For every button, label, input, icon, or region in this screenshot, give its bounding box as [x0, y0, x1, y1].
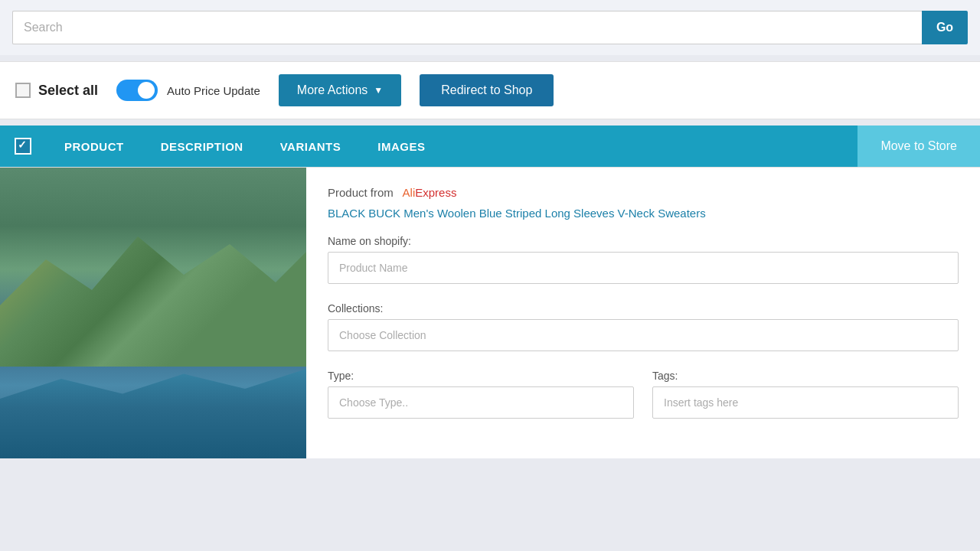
tags-field-group: Tags: — [652, 370, 959, 419]
col-images[interactable]: IMAGES — [359, 126, 443, 167]
type-tags-row: Type: Tags: — [328, 370, 959, 425]
product-image-area — [0, 168, 306, 458]
auto-price-toggle[interactable] — [116, 80, 158, 101]
from-label: Product from — [328, 186, 394, 199]
ali-orange-text: Ali — [403, 186, 416, 199]
header-columns: PRODUCT DESCRIPTION VARIANTS IMAGES — [46, 126, 858, 167]
type-input[interactable] — [328, 386, 634, 419]
auto-price-label: Auto Price Update — [167, 84, 260, 97]
select-all-checkbox[interactable] — [15, 83, 31, 98]
ali-red-text: Express — [415, 186, 456, 199]
header-checkbox-area — [0, 126, 46, 167]
caret-down-icon: ▼ — [374, 85, 383, 96]
col-product[interactable]: PRODUCT — [46, 126, 142, 167]
search-bar: Go — [0, 0, 980, 55]
collections-field-group: Collections: — [328, 302, 959, 364]
collections-label: Collections: — [328, 302, 959, 315]
toolbar: Select all Auto Price Update More Action… — [0, 61, 980, 119]
product-image — [0, 168, 306, 458]
auto-price-toggle-area: Auto Price Update — [116, 80, 260, 101]
type-label: Type: — [328, 370, 634, 382]
col-variants[interactable]: VARIANTS — [262, 126, 360, 167]
select-all-label[interactable]: Select all — [38, 83, 98, 99]
product-card: Product from AliExpress BLACK BUCK Men's… — [0, 167, 980, 458]
more-actions-button[interactable]: More Actions ▼ — [279, 74, 401, 106]
aliexpress-brand: AliExpress — [403, 186, 457, 199]
search-input[interactable] — [12, 11, 922, 44]
tags-label: Tags: — [652, 370, 959, 382]
type-field-group: Type: — [328, 370, 634, 419]
product-name-input[interactable] — [328, 252, 959, 284]
collections-input[interactable] — [328, 319, 959, 351]
redirect-to-shop-button[interactable]: Redirect to Shop — [420, 74, 554, 106]
name-label: Name on shopify: — [328, 235, 959, 247]
move-to-store-button[interactable]: Move to Store — [858, 126, 980, 167]
table-header: PRODUCT DESCRIPTION VARIANTS IMAGES Move… — [0, 126, 980, 167]
name-field-group: Name on shopify: — [328, 235, 959, 296]
col-description[interactable]: DESCRIPTION — [142, 126, 262, 167]
more-actions-label: More Actions — [297, 83, 368, 97]
go-button[interactable]: Go — [922, 11, 968, 44]
tags-input[interactable] — [652, 386, 959, 419]
select-all-area: Select all — [15, 83, 98, 99]
product-from: Product from AliExpress — [328, 186, 959, 199]
product-title[interactable]: BLACK BUCK Men's Woolen Blue Striped Lon… — [328, 205, 959, 221]
header-checkbox[interactable] — [15, 138, 31, 155]
product-details: Product from AliExpress BLACK BUCK Men's… — [306, 168, 980, 458]
